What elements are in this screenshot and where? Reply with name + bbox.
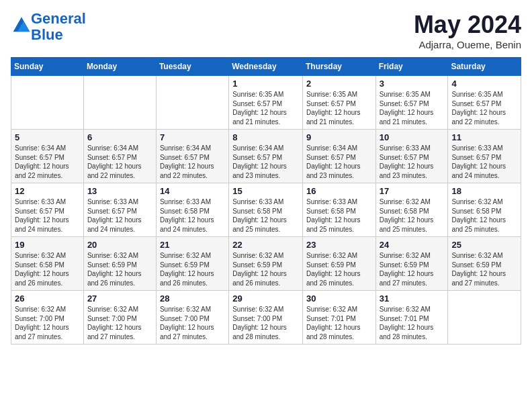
day-number: 3: [380, 79, 445, 89]
day-number: 5: [15, 132, 80, 142]
day-cell: 24Sunrise: 6:32 AMSunset: 6:59 PMDayligh…: [375, 237, 448, 291]
day-info: Sunrise: 6:33 AMSunset: 6:57 PMDaylight:…: [87, 197, 152, 234]
day-cell: 31Sunrise: 6:32 AMSunset: 7:01 PMDayligh…: [375, 291, 448, 345]
day-cell: 10Sunrise: 6:33 AMSunset: 6:57 PMDayligh…: [375, 130, 448, 183]
day-cell: 22Sunrise: 6:32 AMSunset: 6:59 PMDayligh…: [229, 237, 303, 291]
day-cell: 27Sunrise: 6:32 AMSunset: 7:00 PMDayligh…: [83, 291, 156, 345]
day-info: Sunrise: 6:32 AMSunset: 6:58 PMDaylight:…: [380, 197, 445, 234]
day-number: 1: [232, 79, 299, 89]
day-info: Sunrise: 6:32 AMSunset: 7:01 PMDaylight:…: [306, 305, 372, 341]
day-cell: 12Sunrise: 6:33 AMSunset: 6:57 PMDayligh…: [11, 183, 84, 237]
day-cell: 23Sunrise: 6:32 AMSunset: 6:59 PMDayligh…: [302, 237, 375, 291]
day-number: 16: [306, 186, 372, 196]
page-header: General Blue May 2024 Adjarra, Oueme, Be…: [11, 11, 521, 50]
day-number: 18: [451, 186, 517, 196]
header-monday: Monday: [83, 58, 156, 76]
day-info: Sunrise: 6:32 AMSunset: 6:59 PMDaylight:…: [306, 251, 372, 287]
week-row-3: 12Sunrise: 6:33 AMSunset: 6:57 PMDayligh…: [11, 183, 521, 237]
day-cell: [11, 76, 84, 130]
day-cell: 2Sunrise: 6:35 AMSunset: 6:57 PMDaylight…: [302, 76, 375, 130]
header-tuesday: Tuesday: [156, 58, 228, 76]
day-info: Sunrise: 6:33 AMSunset: 6:57 PMDaylight:…: [380, 144, 445, 180]
day-number: 9: [306, 132, 372, 142]
week-row-5: 26Sunrise: 6:32 AMSunset: 7:00 PMDayligh…: [11, 291, 521, 345]
day-number: 20: [87, 240, 152, 250]
day-number: 19: [15, 240, 80, 250]
day-info: Sunrise: 6:32 AMSunset: 7:00 PMDaylight:…: [15, 305, 80, 341]
day-cell: 4Sunrise: 6:35 AMSunset: 6:57 PMDaylight…: [448, 76, 521, 130]
week-row-2: 5Sunrise: 6:34 AMSunset: 6:57 PMDaylight…: [11, 130, 521, 183]
day-info: Sunrise: 6:34 AMSunset: 6:57 PMDaylight:…: [232, 144, 299, 180]
day-info: Sunrise: 6:33 AMSunset: 6:58 PMDaylight:…: [306, 197, 372, 234]
day-info: Sunrise: 6:35 AMSunset: 6:57 PMDaylight:…: [380, 90, 445, 126]
day-cell: 6Sunrise: 6:34 AMSunset: 6:57 PMDaylight…: [83, 130, 156, 183]
day-number: 17: [380, 186, 445, 196]
day-cell: 3Sunrise: 6:35 AMSunset: 6:57 PMDaylight…: [375, 76, 448, 130]
day-number: 7: [160, 132, 225, 142]
day-info: Sunrise: 6:32 AMSunset: 6:59 PMDaylight:…: [160, 251, 225, 287]
day-info: Sunrise: 6:33 AMSunset: 6:57 PMDaylight:…: [15, 197, 80, 234]
logo: General Blue: [11, 11, 86, 43]
day-cell: 5Sunrise: 6:34 AMSunset: 6:57 PMDaylight…: [11, 130, 84, 183]
day-number: 10: [380, 132, 445, 142]
week-row-1: 1Sunrise: 6:35 AMSunset: 6:57 PMDaylight…: [11, 76, 521, 130]
day-cell: 7Sunrise: 6:34 AMSunset: 6:57 PMDaylight…: [156, 130, 228, 183]
day-number: 31: [380, 293, 445, 304]
day-cell: [156, 76, 228, 130]
day-info: Sunrise: 6:32 AMSunset: 6:59 PMDaylight:…: [380, 251, 445, 287]
day-info: Sunrise: 6:33 AMSunset: 6:58 PMDaylight:…: [232, 197, 299, 234]
day-number: 29: [232, 293, 299, 304]
day-number: 6: [87, 132, 152, 142]
day-info: Sunrise: 6:35 AMSunset: 6:57 PMDaylight:…: [232, 90, 299, 126]
day-info: Sunrise: 6:34 AMSunset: 6:57 PMDaylight:…: [15, 144, 80, 180]
day-cell: 21Sunrise: 6:32 AMSunset: 6:59 PMDayligh…: [156, 237, 228, 291]
day-cell: 15Sunrise: 6:33 AMSunset: 6:58 PMDayligh…: [229, 183, 303, 237]
header-row: Sunday Monday Tuesday Wednesday Thursday…: [11, 58, 521, 76]
day-cell: 18Sunrise: 6:32 AMSunset: 6:58 PMDayligh…: [448, 183, 521, 237]
day-number: 30: [306, 293, 372, 304]
header-wednesday: Wednesday: [229, 58, 303, 76]
day-number: 22: [232, 240, 299, 250]
day-info: Sunrise: 6:34 AMSunset: 6:57 PMDaylight:…: [306, 144, 372, 180]
header-thursday: Thursday: [302, 58, 375, 76]
day-cell: [83, 76, 156, 130]
day-number: 15: [232, 186, 299, 196]
day-number: 26: [15, 293, 80, 304]
header-sunday: Sunday: [11, 58, 84, 76]
day-info: Sunrise: 6:32 AMSunset: 7:00 PMDaylight:…: [160, 305, 225, 341]
day-info: Sunrise: 6:35 AMSunset: 6:57 PMDaylight:…: [451, 90, 517, 126]
day-info: Sunrise: 6:33 AMSunset: 6:57 PMDaylight:…: [451, 144, 517, 180]
day-cell: 9Sunrise: 6:34 AMSunset: 6:57 PMDaylight…: [302, 130, 375, 183]
day-cell: 1Sunrise: 6:35 AMSunset: 6:57 PMDaylight…: [229, 76, 303, 130]
day-cell: 30Sunrise: 6:32 AMSunset: 7:01 PMDayligh…: [302, 291, 375, 345]
day-cell: 28Sunrise: 6:32 AMSunset: 7:00 PMDayligh…: [156, 291, 228, 345]
day-cell: 16Sunrise: 6:33 AMSunset: 6:58 PMDayligh…: [302, 183, 375, 237]
day-number: 24: [380, 240, 445, 250]
day-cell: 8Sunrise: 6:34 AMSunset: 6:57 PMDaylight…: [229, 130, 303, 183]
day-number: 4: [451, 79, 517, 89]
day-info: Sunrise: 6:32 AMSunset: 7:00 PMDaylight:…: [87, 305, 152, 341]
day-cell: 13Sunrise: 6:33 AMSunset: 6:57 PMDayligh…: [83, 183, 156, 237]
day-cell: 11Sunrise: 6:33 AMSunset: 6:57 PMDayligh…: [448, 130, 521, 183]
day-info: Sunrise: 6:32 AMSunset: 7:01 PMDaylight:…: [380, 305, 445, 341]
day-cell: [448, 291, 521, 345]
day-info: Sunrise: 6:32 AMSunset: 7:00 PMDaylight:…: [232, 305, 299, 341]
day-number: 27: [87, 293, 152, 304]
week-row-4: 19Sunrise: 6:32 AMSunset: 6:58 PMDayligh…: [11, 237, 521, 291]
day-info: Sunrise: 6:32 AMSunset: 6:58 PMDaylight:…: [15, 251, 80, 287]
day-info: Sunrise: 6:34 AMSunset: 6:57 PMDaylight:…: [87, 144, 152, 180]
day-number: 14: [160, 186, 225, 196]
location: Adjarra, Oueme, Benin: [414, 39, 521, 50]
calendar-table: Sunday Monday Tuesday Wednesday Thursday…: [11, 57, 521, 345]
day-info: Sunrise: 6:32 AMSunset: 6:59 PMDaylight:…: [232, 251, 299, 287]
day-cell: 25Sunrise: 6:32 AMSunset: 6:59 PMDayligh…: [448, 237, 521, 291]
header-saturday: Saturday: [448, 58, 521, 76]
day-cell: 17Sunrise: 6:32 AMSunset: 6:58 PMDayligh…: [375, 183, 448, 237]
day-number: 11: [451, 132, 517, 142]
title-block: May 2024 Adjarra, Oueme, Benin: [414, 11, 521, 50]
day-info: Sunrise: 6:35 AMSunset: 6:57 PMDaylight:…: [306, 90, 372, 126]
day-cell: 29Sunrise: 6:32 AMSunset: 7:00 PMDayligh…: [229, 291, 303, 345]
day-cell: 14Sunrise: 6:33 AMSunset: 6:58 PMDayligh…: [156, 183, 228, 237]
day-info: Sunrise: 6:34 AMSunset: 6:57 PMDaylight:…: [160, 144, 225, 180]
month-title: May 2024: [414, 11, 521, 39]
